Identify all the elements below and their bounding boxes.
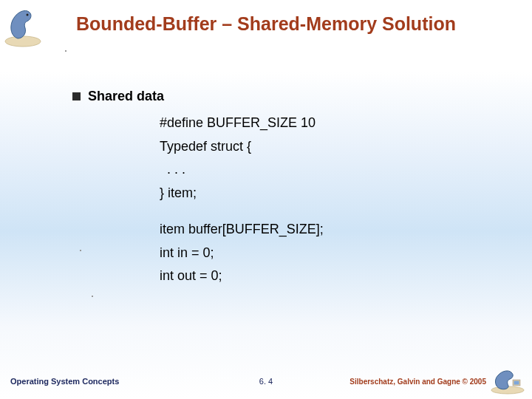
code-line: #define BUFFER_SIZE 10 <box>160 112 486 135</box>
code-line: int in = 0; <box>160 242 486 265</box>
spacer <box>160 205 486 218</box>
bullet-label: Shared data <box>88 89 164 104</box>
decorative-dot <box>65 50 66 52</box>
bullet-item: Shared data <box>72 89 486 104</box>
svg-point-0 <box>5 36 41 47</box>
slide-title: Bounded-Buffer – Shared-Memory Solution <box>0 13 532 35</box>
svg-rect-4 <box>514 381 519 385</box>
code-line: int out = 0; <box>160 265 486 288</box>
code-line: item buffer[BUFFER_SIZE]; <box>160 218 486 242</box>
content-area: Shared data #define BUFFER_SIZE 10 Typed… <box>72 89 486 288</box>
decorative-dot <box>80 250 81 251</box>
footer-copyright: Silberschatz, Galvin and Gagne © 2005 <box>349 378 486 386</box>
dinosaur-logo-bottom <box>489 365 526 395</box>
slide: Bounded-Buffer – Shared-Memory Solution … <box>0 0 532 399</box>
code-line: Typedef struct { <box>160 135 486 159</box>
square-bullet-icon <box>72 92 81 100</box>
decorative-dot <box>92 296 93 297</box>
code-line: . . . <box>160 158 486 182</box>
code-line: } item; <box>160 182 486 205</box>
code-block: #define BUFFER_SIZE 10 Typedef struct { … <box>160 112 486 288</box>
